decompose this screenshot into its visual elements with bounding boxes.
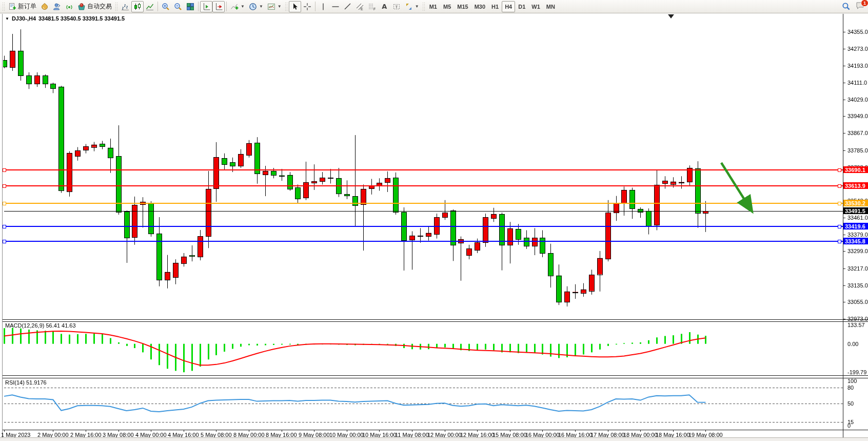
rsi-indicator-label: RSI(14) 51.9176: [5, 379, 47, 386]
auto-scroll-icon: [214, 3, 223, 11]
timeframe-button-m15[interactable]: M15: [454, 1, 471, 12]
fibonacci-button[interactable]: F: [366, 1, 379, 12]
equidistant-channel-button[interactable]: E: [354, 1, 366, 12]
price-tick: [843, 133, 845, 133]
svg-text:F: F: [373, 7, 376, 10]
templates-caret-icon: ▼: [278, 4, 282, 9]
price-tick-label: 33867.0: [847, 130, 868, 136]
price-tick-label: 33217.0: [847, 265, 868, 272]
price-tick-label: 33299.0: [847, 248, 868, 254]
macd-axis-label: 133.57: [847, 322, 865, 328]
orange-horizontal-line[interactable]: [4, 203, 843, 204]
hline-anchor-handle[interactable]: [838, 184, 841, 188]
hline-anchor-handle[interactable]: [838, 225, 841, 228]
price-level-badge: 33419.6: [843, 223, 868, 229]
hline-anchor-handle[interactable]: [838, 168, 841, 172]
timeframe-button-d1[interactable]: D1: [515, 1, 528, 12]
templates-icon: [267, 3, 275, 11]
price-level-badge: 33613.9: [843, 182, 868, 189]
blue-horizontal-line[interactable]: [4, 241, 843, 242]
blue-horizontal-line[interactable]: [4, 226, 843, 227]
indicators-caret-icon: ▼: [241, 4, 245, 9]
text-label-icon: T: [392, 3, 401, 11]
signal-icon: [65, 3, 73, 11]
timeframe-button-h4[interactable]: H4: [502, 1, 515, 12]
chart-shift-button[interactable]: [200, 1, 212, 12]
timeframe-button-m30[interactable]: M30: [471, 1, 488, 12]
periods-button[interactable]: ▼: [247, 1, 265, 12]
price-tick-label: 33379.0: [847, 232, 868, 238]
arrows-caret-icon: ▼: [415, 4, 419, 9]
rsi-axis-label: 0: [847, 423, 851, 429]
profile-button[interactable]: [51, 1, 63, 12]
signals-button[interactable]: [63, 1, 75, 12]
crosshair-button[interactable]: [301, 1, 313, 12]
ohlc-readout: 33481.5 33540.5 33391.5 33491.5: [38, 15, 125, 22]
auto-trading-button[interactable]: 自动交易: [75, 1, 114, 12]
chart-overlays: 34355.034273.034193.034111.034029.033949…: [0, 14, 868, 441]
price-tick: [843, 235, 845, 235]
price-tick: [843, 49, 845, 49]
hline-anchor-handle[interactable]: [3, 168, 6, 172]
price-tick: [843, 319, 845, 319]
fibonacci-icon: F: [368, 3, 377, 11]
text-label-button[interactable]: T: [390, 1, 403, 12]
chart-shift-marker[interactable]: [668, 14, 674, 18]
price-level-badge: 33345.8: [843, 238, 868, 244]
hline-anchor-handle[interactable]: [838, 240, 841, 243]
timeframe-button-h1[interactable]: H1: [488, 1, 502, 12]
auto-scroll-button[interactable]: [212, 1, 225, 12]
symbol-dropdown-icon[interactable]: ▼: [5, 16, 9, 21]
notification-badge: 1: [861, 0, 868, 7]
bar-chart-button[interactable]: [119, 1, 131, 12]
toolbar-grip[interactable]: [422, 2, 425, 11]
chart-shift-icon: [202, 3, 210, 11]
price-tick-label: 34355.0: [847, 29, 868, 35]
search-button[interactable]: [840, 1, 853, 12]
hline-anchor-handle[interactable]: [3, 202, 6, 205]
zoom-out-icon: [174, 3, 182, 11]
toolbar-grip[interactable]: [2, 2, 5, 11]
price-level-badge: 33491.5: [843, 207, 868, 214]
price-tick-label: 33785.0: [847, 147, 868, 154]
horizontal-line-button[interactable]: [329, 1, 342, 12]
metaeditor-button[interactable]: [38, 1, 51, 12]
line-chart-button[interactable]: [144, 1, 156, 12]
indicators-button[interactable]: ▼: [228, 1, 247, 12]
hline-anchor-handle[interactable]: [3, 225, 6, 228]
zoom-in-button[interactable]: [160, 1, 172, 12]
tile-windows-button[interactable]: [184, 1, 196, 12]
new-order-button[interactable]: 新订单: [6, 1, 38, 12]
red-horizontal-line[interactable]: [4, 169, 843, 170]
red-horizontal-line[interactable]: [4, 185, 843, 186]
hline-anchor-handle[interactable]: [838, 202, 841, 205]
arrows-button[interactable]: ▼: [403, 1, 421, 12]
timeframe-button-mn[interactable]: MN: [543, 1, 558, 12]
timeframe-button-m5[interactable]: M5: [440, 1, 454, 12]
price-tick: [843, 32, 845, 32]
toolbar-grip[interactable]: [115, 2, 118, 11]
macd-axis-label: -199.79: [847, 369, 866, 375]
price-tick-label: 34029.0: [847, 97, 868, 103]
bar-chart-icon: [121, 3, 129, 11]
cursor-button[interactable]: [289, 1, 301, 12]
timeframe-button-m1[interactable]: M1: [426, 1, 440, 12]
candlestick-chart-icon: [133, 3, 142, 11]
horizontal-line-icon: [331, 3, 340, 11]
templates-button[interactable]: ▼: [265, 1, 284, 12]
zoom-in-icon: [162, 3, 170, 11]
text-button[interactable]: A: [379, 1, 390, 12]
zoom-out-button[interactable]: [172, 1, 184, 12]
toolbar-grip[interactable]: [285, 2, 288, 11]
price-tick: [843, 285, 845, 286]
window-bottom-strip: [0, 437, 868, 441]
crosshair-icon: [303, 3, 311, 11]
candlestick-chart-button[interactable]: [131, 1, 144, 12]
timeframe-button-w1[interactable]: W1: [528, 1, 543, 12]
trendline-button[interactable]: [342, 1, 354, 12]
hline-anchor-handle[interactable]: [3, 184, 6, 188]
svg-text:T: T: [395, 5, 398, 9]
hline-anchor-handle[interactable]: [3, 240, 6, 243]
vertical-line-button[interactable]: [317, 1, 329, 12]
notifications-button[interactable]: 1: [856, 2, 865, 12]
